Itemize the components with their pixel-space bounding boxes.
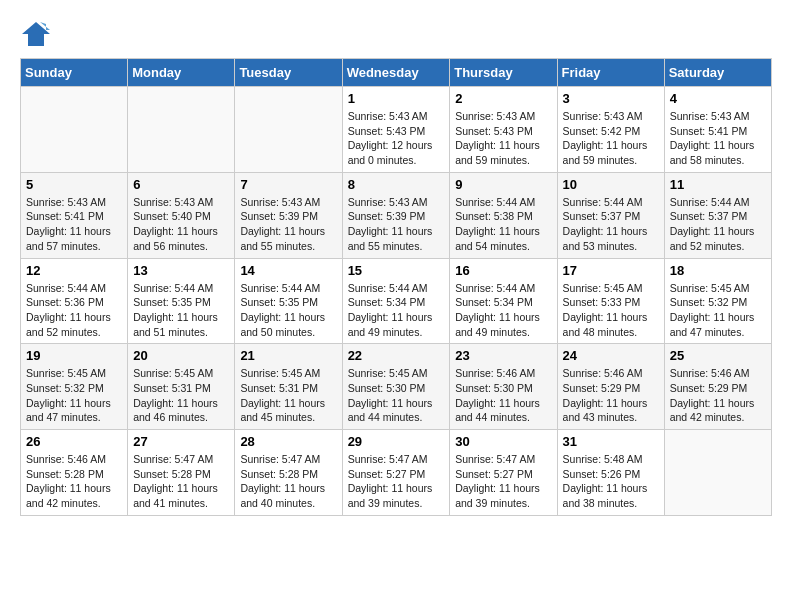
day-info: Sunrise: 5:44 AM Sunset: 5:38 PM Dayligh… bbox=[455, 195, 551, 254]
day-cell: 28Sunrise: 5:47 AM Sunset: 5:28 PM Dayli… bbox=[235, 430, 342, 516]
day-info: Sunrise: 5:43 AM Sunset: 5:41 PM Dayligh… bbox=[670, 109, 766, 168]
day-number: 16 bbox=[455, 263, 551, 278]
day-number: 3 bbox=[563, 91, 659, 106]
page-header bbox=[20, 20, 772, 48]
logo bbox=[20, 20, 56, 48]
day-number: 5 bbox=[26, 177, 122, 192]
day-cell: 22Sunrise: 5:45 AM Sunset: 5:30 PM Dayli… bbox=[342, 344, 450, 430]
week-row-1: 1Sunrise: 5:43 AM Sunset: 5:43 PM Daylig… bbox=[21, 87, 772, 173]
day-info: Sunrise: 5:45 AM Sunset: 5:32 PM Dayligh… bbox=[670, 281, 766, 340]
day-info: Sunrise: 5:44 AM Sunset: 5:37 PM Dayligh… bbox=[563, 195, 659, 254]
day-cell: 29Sunrise: 5:47 AM Sunset: 5:27 PM Dayli… bbox=[342, 430, 450, 516]
logo-icon bbox=[20, 20, 52, 48]
day-number: 10 bbox=[563, 177, 659, 192]
day-cell: 10Sunrise: 5:44 AM Sunset: 5:37 PM Dayli… bbox=[557, 172, 664, 258]
day-info: Sunrise: 5:46 AM Sunset: 5:28 PM Dayligh… bbox=[26, 452, 122, 511]
calendar-table: SundayMondayTuesdayWednesdayThursdayFrid… bbox=[20, 58, 772, 516]
day-number: 22 bbox=[348, 348, 445, 363]
day-cell: 12Sunrise: 5:44 AM Sunset: 5:36 PM Dayli… bbox=[21, 258, 128, 344]
day-cell: 16Sunrise: 5:44 AM Sunset: 5:34 PM Dayli… bbox=[450, 258, 557, 344]
day-cell: 9Sunrise: 5:44 AM Sunset: 5:38 PM Daylig… bbox=[450, 172, 557, 258]
day-info: Sunrise: 5:44 AM Sunset: 5:37 PM Dayligh… bbox=[670, 195, 766, 254]
day-cell: 27Sunrise: 5:47 AM Sunset: 5:28 PM Dayli… bbox=[128, 430, 235, 516]
day-number: 21 bbox=[240, 348, 336, 363]
day-cell bbox=[128, 87, 235, 173]
day-number: 27 bbox=[133, 434, 229, 449]
day-number: 7 bbox=[240, 177, 336, 192]
day-info: Sunrise: 5:43 AM Sunset: 5:39 PM Dayligh… bbox=[348, 195, 445, 254]
day-cell: 30Sunrise: 5:47 AM Sunset: 5:27 PM Dayli… bbox=[450, 430, 557, 516]
day-cell: 20Sunrise: 5:45 AM Sunset: 5:31 PM Dayli… bbox=[128, 344, 235, 430]
day-info: Sunrise: 5:45 AM Sunset: 5:30 PM Dayligh… bbox=[348, 366, 445, 425]
header-cell-tuesday: Tuesday bbox=[235, 59, 342, 87]
day-info: Sunrise: 5:47 AM Sunset: 5:28 PM Dayligh… bbox=[133, 452, 229, 511]
header-cell-thursday: Thursday bbox=[450, 59, 557, 87]
day-number: 31 bbox=[563, 434, 659, 449]
day-info: Sunrise: 5:45 AM Sunset: 5:33 PM Dayligh… bbox=[563, 281, 659, 340]
day-info: Sunrise: 5:46 AM Sunset: 5:30 PM Dayligh… bbox=[455, 366, 551, 425]
day-number: 12 bbox=[26, 263, 122, 278]
day-cell: 19Sunrise: 5:45 AM Sunset: 5:32 PM Dayli… bbox=[21, 344, 128, 430]
day-number: 13 bbox=[133, 263, 229, 278]
day-number: 14 bbox=[240, 263, 336, 278]
day-number: 18 bbox=[670, 263, 766, 278]
header-cell-monday: Monday bbox=[128, 59, 235, 87]
day-number: 19 bbox=[26, 348, 122, 363]
day-number: 9 bbox=[455, 177, 551, 192]
day-cell bbox=[21, 87, 128, 173]
header-cell-saturday: Saturday bbox=[664, 59, 771, 87]
day-number: 20 bbox=[133, 348, 229, 363]
calendar-body: 1Sunrise: 5:43 AM Sunset: 5:43 PM Daylig… bbox=[21, 87, 772, 516]
day-cell: 2Sunrise: 5:43 AM Sunset: 5:43 PM Daylig… bbox=[450, 87, 557, 173]
day-cell: 17Sunrise: 5:45 AM Sunset: 5:33 PM Dayli… bbox=[557, 258, 664, 344]
day-info: Sunrise: 5:46 AM Sunset: 5:29 PM Dayligh… bbox=[563, 366, 659, 425]
day-info: Sunrise: 5:44 AM Sunset: 5:34 PM Dayligh… bbox=[348, 281, 445, 340]
day-number: 29 bbox=[348, 434, 445, 449]
day-info: Sunrise: 5:47 AM Sunset: 5:27 PM Dayligh… bbox=[455, 452, 551, 511]
day-info: Sunrise: 5:45 AM Sunset: 5:32 PM Dayligh… bbox=[26, 366, 122, 425]
day-cell: 15Sunrise: 5:44 AM Sunset: 5:34 PM Dayli… bbox=[342, 258, 450, 344]
day-info: Sunrise: 5:47 AM Sunset: 5:28 PM Dayligh… bbox=[240, 452, 336, 511]
day-cell: 3Sunrise: 5:43 AM Sunset: 5:42 PM Daylig… bbox=[557, 87, 664, 173]
day-info: Sunrise: 5:43 AM Sunset: 5:43 PM Dayligh… bbox=[348, 109, 445, 168]
day-info: Sunrise: 5:45 AM Sunset: 5:31 PM Dayligh… bbox=[240, 366, 336, 425]
day-cell: 18Sunrise: 5:45 AM Sunset: 5:32 PM Dayli… bbox=[664, 258, 771, 344]
day-info: Sunrise: 5:43 AM Sunset: 5:40 PM Dayligh… bbox=[133, 195, 229, 254]
day-info: Sunrise: 5:44 AM Sunset: 5:36 PM Dayligh… bbox=[26, 281, 122, 340]
day-info: Sunrise: 5:46 AM Sunset: 5:29 PM Dayligh… bbox=[670, 366, 766, 425]
day-number: 2 bbox=[455, 91, 551, 106]
day-cell: 8Sunrise: 5:43 AM Sunset: 5:39 PM Daylig… bbox=[342, 172, 450, 258]
day-info: Sunrise: 5:47 AM Sunset: 5:27 PM Dayligh… bbox=[348, 452, 445, 511]
day-number: 28 bbox=[240, 434, 336, 449]
week-row-4: 19Sunrise: 5:45 AM Sunset: 5:32 PM Dayli… bbox=[21, 344, 772, 430]
day-number: 15 bbox=[348, 263, 445, 278]
day-number: 11 bbox=[670, 177, 766, 192]
day-number: 24 bbox=[563, 348, 659, 363]
day-info: Sunrise: 5:44 AM Sunset: 5:35 PM Dayligh… bbox=[133, 281, 229, 340]
header-cell-friday: Friday bbox=[557, 59, 664, 87]
day-info: Sunrise: 5:45 AM Sunset: 5:31 PM Dayligh… bbox=[133, 366, 229, 425]
day-info: Sunrise: 5:43 AM Sunset: 5:41 PM Dayligh… bbox=[26, 195, 122, 254]
week-row-3: 12Sunrise: 5:44 AM Sunset: 5:36 PM Dayli… bbox=[21, 258, 772, 344]
week-row-5: 26Sunrise: 5:46 AM Sunset: 5:28 PM Dayli… bbox=[21, 430, 772, 516]
day-number: 25 bbox=[670, 348, 766, 363]
day-info: Sunrise: 5:44 AM Sunset: 5:35 PM Dayligh… bbox=[240, 281, 336, 340]
day-number: 4 bbox=[670, 91, 766, 106]
day-number: 1 bbox=[348, 91, 445, 106]
header-cell-sunday: Sunday bbox=[21, 59, 128, 87]
day-number: 8 bbox=[348, 177, 445, 192]
day-cell: 21Sunrise: 5:45 AM Sunset: 5:31 PM Dayli… bbox=[235, 344, 342, 430]
day-number: 26 bbox=[26, 434, 122, 449]
day-info: Sunrise: 5:44 AM Sunset: 5:34 PM Dayligh… bbox=[455, 281, 551, 340]
day-cell: 25Sunrise: 5:46 AM Sunset: 5:29 PM Dayli… bbox=[664, 344, 771, 430]
day-number: 6 bbox=[133, 177, 229, 192]
header-row: SundayMondayTuesdayWednesdayThursdayFrid… bbox=[21, 59, 772, 87]
header-cell-wednesday: Wednesday bbox=[342, 59, 450, 87]
day-cell: 4Sunrise: 5:43 AM Sunset: 5:41 PM Daylig… bbox=[664, 87, 771, 173]
day-number: 17 bbox=[563, 263, 659, 278]
day-number: 23 bbox=[455, 348, 551, 363]
day-number: 30 bbox=[455, 434, 551, 449]
day-cell: 5Sunrise: 5:43 AM Sunset: 5:41 PM Daylig… bbox=[21, 172, 128, 258]
day-info: Sunrise: 5:48 AM Sunset: 5:26 PM Dayligh… bbox=[563, 452, 659, 511]
day-cell: 14Sunrise: 5:44 AM Sunset: 5:35 PM Dayli… bbox=[235, 258, 342, 344]
